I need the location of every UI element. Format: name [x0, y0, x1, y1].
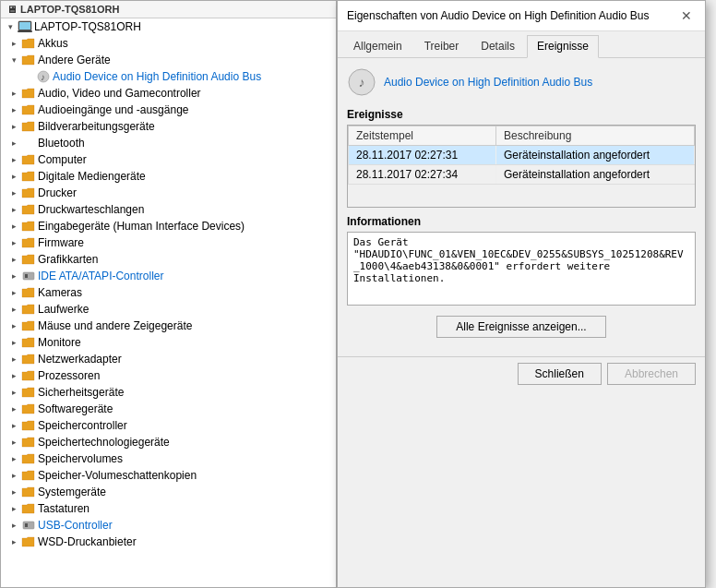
tab-allgemein[interactable]: Allgemein: [343, 35, 412, 57]
tab-treiber[interactable]: Treiber: [414, 35, 470, 57]
tree-item-laufwerke[interactable]: ▸Laufwerke: [1, 301, 336, 318]
label-systemgeraete: Systemgeräte: [38, 486, 106, 498]
chevron-speichervolumes: ▸: [6, 451, 21, 466]
tree-item-speichertech[interactable]: ▸Speichertechnologiegeräte: [1, 434, 336, 450]
event-timestamp: 28.11.2017 02:27:34: [349, 165, 496, 185]
icon-audioeingaenge: [21, 102, 36, 117]
icon-systemgeraete: [21, 485, 36, 499]
info-textbox[interactable]: [347, 232, 696, 306]
icon-usb: [21, 518, 36, 533]
label-bluetooth: Bluetooth: [38, 137, 85, 150]
tree-item-software[interactable]: ▸Softwaregeräte: [1, 401, 336, 417]
tree-item-netzwerk[interactable]: ▸Netzwerkadapter: [1, 351, 336, 367]
label-speicherschatten: Speicher-Volumeschattenkopien: [38, 469, 197, 482]
event-row[interactable]: 28.11.2017 02:27:34Geräteinstallation an…: [349, 165, 695, 185]
event-timestamp: 28.11.2017 02:27:31: [349, 146, 496, 165]
tree-item-speicher[interactable]: ▸Speichercontroller: [1, 417, 336, 434]
icon-maeuse: [21, 318, 36, 333]
svg-rect-7: [23, 522, 34, 529]
tree-item-laptop[interactable]: ▾LAPTOP-TQS81ORH: [1, 18, 336, 35]
icon-bluetooth: [21, 136, 36, 150]
icon-sicherheit: [21, 385, 36, 400]
all-events-button[interactable]: Alle Ereignisse anzeigen...: [436, 316, 605, 338]
label-maeuse: Mäuse und andere Zeigegeräte: [38, 319, 192, 332]
label-bildverarbeitung: Bildverarbeitungsgeräte: [38, 120, 155, 133]
label-speichertech: Speichertechnologiegeräte: [38, 436, 170, 449]
tree-item-grafik[interactable]: ▸Grafikkarten: [1, 251, 336, 268]
chevron-systemgeraete: ▸: [6, 485, 21, 499]
icon-bildverarbeitung: [21, 119, 36, 134]
svg-rect-8: [25, 523, 28, 527]
label-sicherheit: Sicherheitsgeräte: [38, 386, 124, 399]
icon-speichervolumes: [21, 451, 36, 466]
icon-laufwerke: [21, 302, 36, 317]
tree-item-sicherheit[interactable]: ▸Sicherheitsgeräte: [1, 384, 336, 401]
tree-item-akkus[interactable]: ▸Akkus: [1, 35, 336, 52]
chevron-kameras: ▸: [6, 285, 21, 300]
icon-speicher: [21, 418, 36, 433]
tree-item-eingabe[interactable]: ▸Eingabegeräte (Human Interface Devices): [1, 218, 336, 234]
properties-dialog: Eigenschaften von Audio Device on High D…: [337, 0, 706, 588]
dm-header-icon: 🖥: [6, 4, 17, 15]
chevron-speicherschatten: ▸: [6, 468, 21, 483]
tree-item-tastaturen[interactable]: ▸Tastaturen: [1, 500, 336, 517]
icon-laptop: [18, 19, 32, 34]
label-ide: IDE ATA/ATAPI-Controller: [38, 270, 163, 282]
tree-item-druckwarteschlangen[interactable]: ▸Druckwarteschlangen: [1, 201, 336, 218]
tree-item-bluetooth[interactable]: ▸Bluetooth: [1, 135, 336, 151]
events-table: Zeitstempel Beschreibung 28.11.2017 02:2…: [348, 126, 695, 185]
tree-item-audioeingaenge[interactable]: ▸Audioeingänge und -ausgänge: [1, 102, 336, 118]
chevron-maeuse: ▸: [6, 318, 21, 333]
tree-item-usb[interactable]: ▸USB-Controller: [1, 517, 336, 534]
dialog-close-button[interactable]: ✕: [677, 6, 696, 25]
event-row[interactable]: 28.11.2017 02:27:31Geräteinstallation an…: [349, 146, 695, 165]
tree-item-firmware[interactable]: ▸Firmware: [1, 234, 336, 251]
tree-item-kameras[interactable]: ▸Kameras: [1, 284, 336, 301]
icon-drucker: [21, 186, 36, 200]
svg-rect-5: [23, 272, 34, 280]
chevron-laufwerke: ▸: [6, 302, 21, 317]
tree-item-audio-video[interactable]: ▸Audio, Video und Gamecontroller: [1, 85, 336, 102]
tree-item-monitore[interactable]: ▸Monitore: [1, 334, 336, 351]
tree-item-wsd[interactable]: ▸WSD-Druckanbieter: [1, 534, 336, 550]
ereignisse-label: Ereignisse: [347, 108, 696, 121]
chevron-bluetooth: ▸: [6, 136, 21, 150]
icon-audio-device: ♪: [36, 69, 51, 84]
label-audio-video: Audio, Video und Gamecontroller: [38, 87, 201, 100]
tree-item-digitale[interactable]: ▸Digitale Mediengeräte: [1, 168, 336, 185]
label-speichervolumes: Speichervolumes: [38, 452, 123, 465]
label-usb: USB-Controller: [38, 519, 113, 532]
informationen-label: Informationen: [347, 215, 696, 228]
chevron-speichertech: ▸: [6, 435, 21, 450]
chevron-akkus: ▸: [6, 36, 21, 51]
tab-details[interactable]: Details: [471, 35, 525, 57]
tree-item-speicherschatten[interactable]: ▸Speicher-Volumeschattenkopien: [1, 467, 336, 484]
icon-eingabe: [21, 219, 36, 234]
tree-item-andere[interactable]: ▾Andere Geräte: [1, 52, 336, 68]
tree-item-bildverarbeitung[interactable]: ▸Bildverarbeitungsgeräte: [1, 118, 336, 135]
tree-item-ide[interactable]: ▸IDE ATA/ATAPI-Controller: [1, 268, 336, 284]
icon-firmware: [21, 235, 36, 250]
chevron-wsd: ▸: [6, 534, 21, 549]
tree-item-systemgeraete[interactable]: ▸Systemgeräte: [1, 484, 336, 500]
tree-item-audio-device[interactable]: ♪Audio Device on High Definition Audio B…: [1, 68, 336, 85]
tree-item-prozessoren[interactable]: ▸Prozessoren: [1, 367, 336, 384]
dialog-title: Eigenschaften von Audio Device on High D…: [347, 9, 677, 22]
label-grafik: Grafikkarten: [38, 253, 98, 266]
icon-digitale: [21, 169, 36, 184]
tree-item-computer[interactable]: ▸Computer: [1, 151, 336, 168]
label-speicher: Speichercontroller: [38, 419, 127, 432]
svg-text:♪: ♪: [359, 75, 365, 90]
chevron-druckwarteschlangen: ▸: [6, 202, 21, 217]
tree-item-maeuse[interactable]: ▸Mäuse und andere Zeigegeräte: [1, 318, 336, 334]
close-button[interactable]: Schließen: [518, 363, 602, 385]
tree-item-speichervolumes[interactable]: ▸Speichervolumes: [1, 450, 336, 467]
label-andere: Andere Geräte: [38, 54, 111, 66]
cancel-button[interactable]: Abbrechen: [607, 363, 696, 385]
chevron-grafik: ▸: [6, 252, 21, 267]
icon-speichertech: [21, 435, 36, 450]
icon-computer: [21, 152, 36, 167]
chevron-audioeingaenge: ▸: [6, 102, 21, 117]
tree-item-drucker[interactable]: ▸Drucker: [1, 185, 336, 201]
tab-ereignisse[interactable]: Ereignisse: [527, 35, 599, 58]
